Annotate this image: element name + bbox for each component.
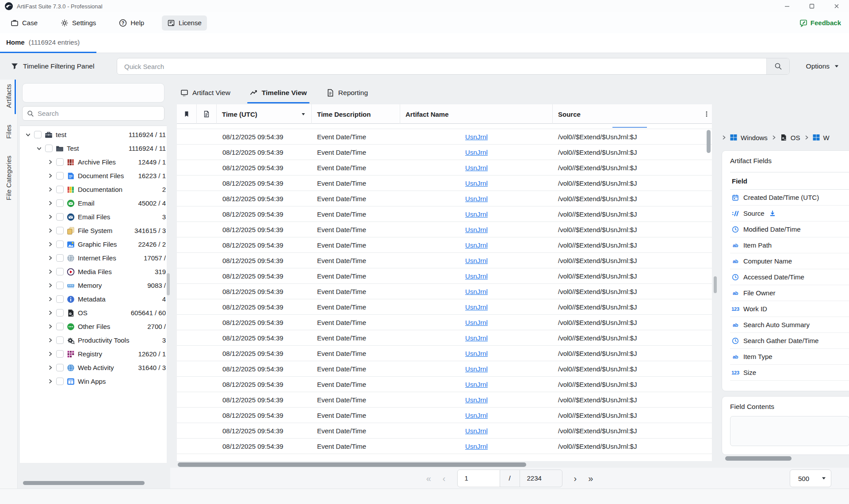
tree-expander-icon[interactable] [47, 269, 53, 275]
artifact-link[interactable]: UsnJrnl [465, 396, 488, 404]
tree-row[interactable]: Test 1116924 / 11 [20, 141, 167, 155]
next-page-button[interactable]: › [574, 474, 577, 483]
tree-checkbox[interactable] [56, 268, 64, 275]
tree-row[interactable]: Media Files 319 [20, 265, 167, 279]
table-row[interactable]: 08/12/2025 09:54:39 Event Date/Time UsnJ… [177, 377, 712, 392]
tree-expander-icon[interactable] [47, 187, 53, 192]
tree-row[interactable]: Memory 9083 / [20, 279, 167, 292]
table-row[interactable]: 08/12/2025 09:54:39 Event Date/Time UsnJ… [177, 129, 712, 145]
table-row[interactable]: 08/12/2025 09:54:39 Event Date/Time UsnJ… [177, 361, 712, 377]
platform-icon[interactable] [88, 88, 98, 98]
field-row[interactable]: Search Gather Date/Time [730, 333, 849, 349]
menu-item[interactable]: Settings [55, 15, 101, 31]
center-panel-scrollbar-thumb[interactable] [714, 276, 717, 293]
tree-row[interactable]: Email Files 3 [20, 210, 167, 224]
artifact-link[interactable]: UsnJrnl [465, 241, 488, 249]
tree-checkbox[interactable] [56, 158, 64, 166]
tree-checkbox[interactable] [56, 186, 64, 193]
artifact-link[interactable]: UsnJrnl [465, 365, 488, 373]
quick-search-button[interactable] [766, 58, 789, 74]
field-row[interactable]: ab Search Auto Summary [730, 317, 849, 333]
tree-expander-icon[interactable] [47, 296, 53, 302]
options-button[interactable]: Options [806, 53, 839, 80]
menu-item[interactable]: Case [5, 15, 43, 31]
tree-row[interactable]: test 1116924 / 11 [20, 128, 167, 141]
table-row[interactable]: 08/12/2025 09:54:39 Event Date/Time UsnJ… [177, 191, 712, 206]
tree-expander-icon[interactable] [47, 173, 53, 179]
artifact-link[interactable]: UsnJrnl [465, 164, 488, 172]
tree-checkbox[interactable] [56, 254, 64, 262]
tree-search-input[interactable] [38, 110, 160, 117]
artifact-link[interactable]: UsnJrnl [465, 133, 488, 141]
view-tab[interactable]: Timeline View [250, 82, 307, 103]
tree-expander-icon[interactable] [47, 255, 53, 261]
field-contents-box[interactable] [730, 416, 849, 446]
tree-expander-icon[interactable] [25, 132, 31, 137]
tree-row[interactable]: Web Activity 31640 / 3 [20, 361, 167, 374]
tree-checkbox[interactable] [56, 350, 64, 358]
artifact-link[interactable]: UsnJrnl [465, 257, 488, 264]
artifact-link[interactable]: UsnJrnl [465, 350, 488, 357]
tree-expander-icon[interactable] [47, 351, 53, 357]
table-row[interactable]: 08/12/2025 09:54:39 Event Date/Time UsnJ… [177, 439, 712, 454]
tree-horizontal-scrollbar[interactable] [22, 481, 164, 485]
artifact-link[interactable]: UsnJrnl [465, 427, 488, 435]
field-row[interactable]: 123 Work ID [730, 301, 849, 317]
tree-row[interactable]: Win Apps [20, 374, 167, 388]
field-row[interactable]: ab Item Path [730, 237, 849, 253]
current-page-input[interactable] [457, 470, 500, 487]
breadcrumb-item[interactable]: Windows [721, 134, 768, 141]
tree-row[interactable]: Registry 12620 / 1 [20, 347, 167, 361]
tree-expander-icon[interactable] [47, 200, 53, 206]
breadcrumb-item[interactable]: W [804, 134, 830, 141]
right-panel-horizontal-scrollbar[interactable] [723, 456, 849, 461]
menu-item[interactable]: ? Help [114, 15, 149, 31]
tree-checkbox[interactable] [34, 131, 42, 138]
artifact-link[interactable]: UsnJrnl [465, 149, 488, 156]
tree-row[interactable]: Other Files 2700 / [20, 320, 167, 333]
table-row[interactable]: 08/12/2025 09:54:39 Event Date/Time UsnJ… [177, 408, 712, 423]
side-tab[interactable]: Files [5, 125, 12, 141]
tree-row[interactable]: File System 341615 / 3 [20, 224, 167, 237]
tree-row[interactable]: Metadata 4 [20, 292, 167, 306]
field-row[interactable]: Accessed Date/Time [730, 269, 849, 285]
tree-checkbox[interactable] [45, 145, 53, 152]
tree-expander-icon[interactable] [47, 283, 53, 288]
tree-row[interactable]: Productivity Tools 3 [20, 333, 167, 347]
tree-row[interactable]: Internet Files 17057 / [20, 251, 167, 265]
first-page-button[interactable]: « [426, 474, 431, 483]
platform-icon[interactable] [115, 88, 124, 98]
table-row[interactable]: 08/12/2025 09:54:39 Event Date/Time UsnJ… [177, 315, 712, 330]
timeline-filtering-panel-button[interactable]: Timeline Filtering Panel [11, 53, 94, 80]
table-row[interactable]: 08/12/2025 09:54:39 Event Date/Time UsnJ… [177, 176, 712, 191]
field-row[interactable]: ab Computer Name [730, 253, 849, 269]
feedback-button[interactable]: Feedback [799, 12, 841, 33]
previous-page-button[interactable]: ‹ [443, 474, 446, 483]
tab-home[interactable]: Home (1116924 entries) [6, 38, 80, 46]
last-page-button[interactable]: » [588, 474, 593, 483]
column-menu-icon[interactable] [703, 111, 710, 118]
tree-expander-icon[interactable] [47, 159, 53, 165]
side-tab[interactable]: Artifacts [5, 84, 12, 110]
tree-checkbox[interactable] [56, 295, 64, 303]
table-row[interactable]: 08/12/2025 09:54:39 Event Date/Time UsnJ… [177, 237, 712, 253]
field-row[interactable]: Modified Date/Time [730, 221, 849, 237]
tree-checkbox[interactable] [56, 309, 64, 317]
close-button[interactable] [824, 0, 849, 12]
table-row[interactable]: 08/12/2025 09:54:39 Event Date/Time UsnJ… [177, 392, 712, 408]
tree-expander-icon[interactable] [36, 145, 42, 151]
menu-item[interactable]: License [162, 15, 207, 31]
total-pages-field[interactable] [520, 470, 562, 487]
tree-checkbox[interactable] [56, 323, 64, 330]
artifact-link[interactable]: UsnJrnl [465, 303, 488, 311]
tree-checkbox[interactable] [56, 199, 64, 207]
quick-search-input[interactable] [117, 58, 766, 74]
table-row[interactable]: 08/12/2025 09:54:39 Event Date/Time UsnJ… [177, 423, 712, 439]
tree-row[interactable]: Email 45002 / 4 [20, 196, 167, 210]
table-row[interactable]: 08/12/2025 09:54:39 Event Date/Time UsnJ… [177, 145, 712, 160]
view-tab[interactable]: Reporting [326, 82, 368, 103]
tree-row[interactable]: Archive Files 12449 / 1 [20, 155, 167, 169]
breadcrumb-item[interactable]: OS [771, 134, 800, 141]
bookmark-column-header[interactable] [177, 104, 197, 124]
scrollbar-thumb[interactable] [178, 462, 526, 467]
